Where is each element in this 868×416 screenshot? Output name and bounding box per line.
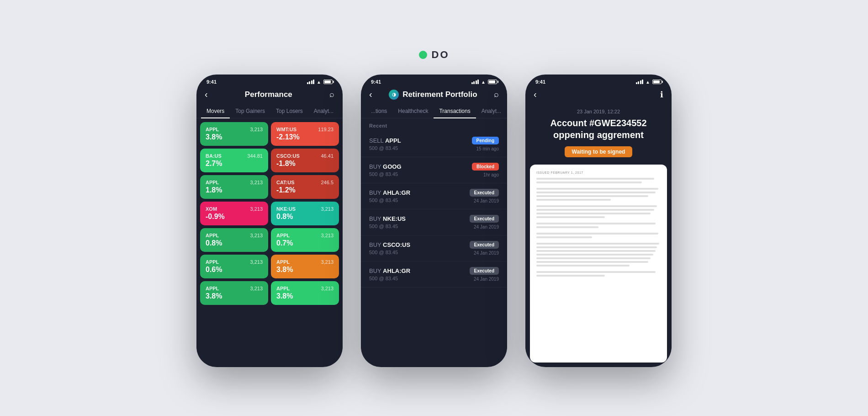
tx-right: Blocked 1hr ago bbox=[472, 163, 499, 177]
search-icon-1[interactable]: ⌕ bbox=[329, 90, 334, 99]
mover-card[interactable]: XOM 3,213 -0.9% bbox=[200, 202, 268, 225]
transactions-list: SELL APPL 500 @ 83.45 Pending 15 min ago… bbox=[361, 131, 507, 367]
signal-bars-1 bbox=[307, 80, 315, 84]
mover-ticker: APPL bbox=[276, 259, 290, 265]
mover-change: 0.7% bbox=[276, 239, 333, 247]
mover-card[interactable]: BA:US 344.81 2.7% bbox=[200, 149, 268, 172]
signal-bar bbox=[642, 80, 643, 84]
tx-detail: 500 @ 83.45 bbox=[369, 224, 406, 229]
status-right-2: ▲ bbox=[471, 80, 497, 85]
doc-paper: ISSUED FEBRUARY 1, 2017 bbox=[530, 165, 667, 363]
tx-badge-executed: Executed bbox=[470, 267, 499, 275]
back-button-1[interactable]: ‹ bbox=[205, 89, 208, 100]
mover-change: 0.8% bbox=[206, 239, 263, 247]
mover-card[interactable]: APPL 3,213 0.8% bbox=[200, 228, 268, 252]
signal-bar bbox=[638, 81, 639, 84]
tx-ticker: GOOG bbox=[383, 163, 401, 170]
status-bar-3: 9:41 ▲ bbox=[525, 75, 672, 86]
doc-status-badge[interactable]: Waiting to be signed bbox=[565, 146, 633, 157]
status-bar-1: 9:41 ▲ bbox=[196, 75, 343, 86]
status-right-3: ▲ bbox=[636, 80, 662, 85]
tab-movers[interactable]: Movers bbox=[201, 104, 230, 118]
signal-bars-3 bbox=[636, 80, 644, 84]
tab-top-gainers[interactable]: Top Gainers bbox=[230, 104, 270, 118]
signal-bar bbox=[640, 80, 641, 84]
tx-left: BUY CSCO:US 500 @ 83.45 bbox=[369, 241, 410, 255]
mover-card[interactable]: NKE:US 3,213 0.8% bbox=[271, 202, 339, 225]
mover-top: CAT:US 246.5 bbox=[276, 180, 333, 185]
tab-analytics-2[interactable]: Analyt... bbox=[476, 104, 507, 118]
logo-dot bbox=[419, 51, 427, 59]
mover-top: NKE:US 3,213 bbox=[276, 206, 333, 212]
back-button-3[interactable]: ‹ bbox=[534, 89, 537, 100]
mover-card[interactable]: APPL 3,213 1.8% bbox=[200, 175, 268, 199]
mover-price: 3,213 bbox=[321, 206, 333, 212]
time-2: 9:41 bbox=[371, 79, 381, 85]
mover-price: 119.23 bbox=[318, 127, 333, 132]
tx-detail: 500 @ 83.45 bbox=[369, 250, 410, 255]
doc-line bbox=[536, 213, 651, 214]
signal-bar bbox=[473, 81, 475, 84]
mover-card[interactable]: APPL 3,213 3.8% bbox=[271, 255, 339, 278]
mover-card[interactable]: APPL 3,213 3.8% bbox=[200, 122, 268, 146]
mover-ticker: APPL bbox=[276, 286, 290, 291]
movers-content: APPL 3,213 3.8% WMT:US 119.23 -2.13% BA:… bbox=[196, 118, 343, 367]
tx-left: BUY AHLA:GR 500 @ 83.45 bbox=[369, 189, 410, 203]
nav-bar-2: ‹ ◑ Retirement Portfolio ⌕ bbox=[361, 86, 507, 104]
doc-line bbox=[536, 188, 658, 190]
tx-time: 15 min ago bbox=[476, 146, 499, 151]
doc-paragraph bbox=[536, 178, 661, 183]
tx-ticker: AHLA:GR bbox=[383, 189, 410, 196]
tab-allocations[interactable]: ...tions bbox=[365, 104, 392, 118]
mover-card[interactable]: APPL 3,213 0.6% bbox=[200, 255, 268, 278]
mover-price: 3,213 bbox=[321, 259, 333, 265]
tx-detail: 500 @ 83.45 bbox=[369, 276, 410, 281]
signal-bar-3 bbox=[311, 80, 312, 84]
tx-left: BUY GOOG 500 @ 83.45 bbox=[369, 163, 402, 177]
mover-ticker: APPL bbox=[276, 233, 290, 238]
mover-top: BA:US 344.81 bbox=[206, 153, 263, 159]
tx-badge-blocked: Blocked bbox=[472, 163, 499, 171]
transaction-item[interactable]: BUY GOOG 500 @ 83.45 Blocked 1hr ago bbox=[361, 157, 507, 183]
tx-right: Executed 24 Jan 2019 bbox=[470, 215, 499, 229]
mover-card[interactable]: CAT:US 246.5 -1.2% bbox=[271, 175, 339, 199]
doc-line bbox=[536, 178, 654, 180]
mover-card[interactable]: CSCO:US 46.41 -1.8% bbox=[271, 149, 339, 172]
tab-healthcheck[interactable]: Healthcheck bbox=[392, 104, 434, 118]
mover-ticker: APPL bbox=[206, 259, 219, 265]
back-button-2[interactable]: ‹ bbox=[369, 89, 372, 100]
mover-change: 1.8% bbox=[206, 186, 263, 194]
mover-change: -0.9% bbox=[206, 213, 263, 221]
tx-left: SELL APPL 500 @ 83.45 bbox=[369, 137, 401, 151]
tab-analytics-1[interactable]: Analyt... bbox=[308, 104, 339, 118]
mover-card[interactable]: WMT:US 119.23 -2.13% bbox=[271, 122, 339, 146]
mover-ticker: XOM bbox=[206, 206, 217, 212]
mover-change: 2.7% bbox=[206, 160, 263, 168]
tab-top-losers[interactable]: Top Losers bbox=[270, 104, 308, 118]
mover-card[interactable]: APPL 3,213 3.8% bbox=[271, 281, 339, 305]
tx-action: SELL APPL bbox=[369, 137, 401, 144]
battery-fill-2 bbox=[489, 80, 495, 83]
info-icon[interactable]: ℹ bbox=[660, 90, 663, 100]
tx-right: Pending 15 min ago bbox=[472, 137, 499, 151]
mover-ticker: NKE:US bbox=[276, 206, 296, 212]
tx-ticker: CSCO:US bbox=[383, 241, 410, 248]
transaction-item[interactable]: BUY AHLA:GR 500 @ 83.45 Executed 24 Jan … bbox=[361, 183, 507, 209]
mover-top: APPL 3,213 bbox=[276, 286, 333, 291]
transaction-item[interactable]: SELL APPL 500 @ 83.45 Pending 15 min ago bbox=[361, 131, 507, 157]
transaction-item[interactable]: BUY AHLA:GR 500 @ 83.45 Executed 24 Jan … bbox=[361, 261, 507, 288]
signal-bar bbox=[636, 82, 637, 84]
transaction-item[interactable]: BUY NKE:US 500 @ 83.45 Executed 24 Jan 2… bbox=[361, 209, 507, 235]
tx-detail: 500 @ 83.45 bbox=[369, 145, 401, 151]
wifi-icon-2: ▲ bbox=[481, 80, 486, 85]
search-icon-2[interactable]: ⌕ bbox=[494, 90, 499, 99]
transaction-item[interactable]: BUY CSCO:US 500 @ 83.45 Executed 24 Jan … bbox=[361, 235, 507, 261]
mover-change: 3.8% bbox=[276, 266, 333, 274]
mover-card[interactable]: APPL 3,213 3.8% bbox=[200, 281, 268, 305]
mover-ticker: APPL bbox=[206, 233, 219, 238]
tx-time: 24 Jan 2019 bbox=[474, 224, 499, 229]
tx-badge-executed: Executed bbox=[470, 241, 499, 249]
mover-card[interactable]: APPL 3,213 0.7% bbox=[271, 228, 339, 252]
tab-transactions[interactable]: Transactions bbox=[434, 104, 476, 118]
mover-change: 0.6% bbox=[206, 266, 263, 274]
